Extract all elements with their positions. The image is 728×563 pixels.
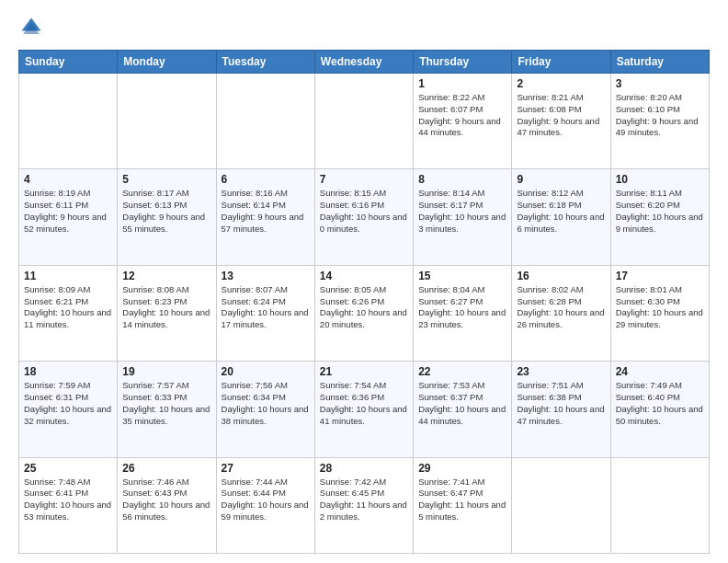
day-info: Sunrise: 7:49 AM Sunset: 6:40 PM Dayligh… — [616, 380, 704, 427]
header-tuesday: Tuesday — [216, 51, 314, 74]
day-info: Sunrise: 7:57 AM Sunset: 6:33 PM Dayligh… — [122, 380, 210, 427]
day-cell: 10Sunrise: 8:11 AM Sunset: 6:20 PM Dayli… — [610, 169, 709, 265]
day-number: 23 — [517, 365, 605, 378]
header-saturday: Saturday — [610, 51, 709, 74]
day-number: 2 — [517, 77, 605, 90]
day-number: 12 — [122, 270, 210, 282]
day-cell: 4Sunrise: 8:19 AM Sunset: 6:11 PM Daylig… — [19, 169, 118, 265]
day-cell: 1Sunrise: 8:22 AM Sunset: 6:07 PM Daylig… — [414, 74, 512, 169]
day-cell: 5Sunrise: 8:17 AM Sunset: 6:13 PM Daylig… — [118, 169, 216, 265]
day-info: Sunrise: 8:08 AM Sunset: 6:23 PM Dayligh… — [122, 284, 210, 331]
day-cell — [610, 457, 709, 553]
day-info: Sunrise: 8:05 AM Sunset: 6:26 PM Dayligh… — [320, 284, 408, 331]
day-info: Sunrise: 8:11 AM Sunset: 6:20 PM Dayligh… — [616, 188, 704, 235]
day-info: Sunrise: 8:15 AM Sunset: 6:16 PM Dayligh… — [320, 188, 408, 235]
day-info: Sunrise: 8:16 AM Sunset: 6:14 PM Dayligh… — [222, 188, 310, 235]
day-cell — [19, 74, 118, 169]
day-info: Sunrise: 8:22 AM Sunset: 6:07 PM Dayligh… — [418, 92, 506, 139]
day-number: 8 — [418, 173, 506, 186]
day-cell: 17Sunrise: 8:01 AM Sunset: 6:30 PM Dayli… — [610, 265, 709, 361]
header-wednesday: Wednesday — [314, 51, 413, 74]
day-info: Sunrise: 8:14 AM Sunset: 6:17 PM Dayligh… — [418, 188, 506, 235]
day-info: Sunrise: 7:48 AM Sunset: 6:41 PM Dayligh… — [24, 477, 112, 523]
day-info: Sunrise: 8:20 AM Sunset: 6:10 PM Dayligh… — [616, 92, 704, 139]
calendar-body: 1Sunrise: 8:22 AM Sunset: 6:07 PM Daylig… — [19, 74, 710, 554]
day-info: Sunrise: 7:46 AM Sunset: 6:43 PM Dayligh… — [122, 477, 210, 523]
day-cell: 15Sunrise: 8:04 AM Sunset: 6:27 PM Dayli… — [414, 265, 512, 361]
day-cell: 24Sunrise: 7:49 AM Sunset: 6:40 PM Dayli… — [610, 362, 709, 457]
day-info: Sunrise: 8:19 AM Sunset: 6:11 PM Dayligh… — [24, 188, 112, 235]
day-info: Sunrise: 8:17 AM Sunset: 6:13 PM Dayligh… — [122, 188, 210, 235]
day-cell: 29Sunrise: 7:41 AM Sunset: 6:47 PM Dayli… — [414, 457, 512, 553]
day-number: 1 — [418, 77, 506, 90]
day-cell — [512, 457, 610, 553]
day-cell: 28Sunrise: 7:42 AM Sunset: 6:45 PM Dayli… — [314, 457, 413, 553]
day-number: 11 — [24, 270, 112, 282]
day-number: 4 — [24, 173, 112, 186]
day-info: Sunrise: 8:02 AM Sunset: 6:28 PM Dayligh… — [517, 284, 605, 331]
day-cell: 18Sunrise: 7:59 AM Sunset: 6:31 PM Dayli… — [19, 362, 118, 457]
day-number: 27 — [222, 462, 310, 475]
day-cell: 19Sunrise: 7:57 AM Sunset: 6:33 PM Dayli… — [118, 362, 216, 457]
day-cell: 2Sunrise: 8:21 AM Sunset: 6:08 PM Daylig… — [512, 74, 610, 169]
day-number: 6 — [222, 173, 310, 186]
day-number: 22 — [418, 365, 506, 378]
day-cell — [118, 74, 216, 169]
day-info: Sunrise: 7:53 AM Sunset: 6:37 PM Dayligh… — [418, 380, 506, 427]
day-info: Sunrise: 7:44 AM Sunset: 6:44 PM Dayligh… — [222, 477, 310, 523]
day-number: 9 — [517, 173, 605, 186]
day-number: 16 — [517, 270, 605, 282]
logo — [18, 15, 48, 40]
logo-icon — [18, 15, 44, 40]
day-info: Sunrise: 8:07 AM Sunset: 6:24 PM Dayligh… — [222, 284, 310, 331]
day-number: 17 — [616, 270, 704, 282]
day-number: 21 — [320, 365, 408, 378]
day-info: Sunrise: 7:56 AM Sunset: 6:34 PM Dayligh… — [222, 380, 310, 427]
day-number: 15 — [418, 270, 506, 282]
day-info: Sunrise: 7:42 AM Sunset: 6:45 PM Dayligh… — [320, 477, 408, 523]
day-cell: 21Sunrise: 7:54 AM Sunset: 6:36 PM Dayli… — [314, 362, 413, 457]
day-number: 14 — [320, 270, 408, 282]
week-row-4: 18Sunrise: 7:59 AM Sunset: 6:31 PM Dayli… — [19, 362, 710, 457]
header-monday: Monday — [118, 51, 216, 74]
day-number: 7 — [320, 173, 408, 186]
day-number: 26 — [122, 462, 210, 475]
day-number: 20 — [222, 365, 310, 378]
top-area — [18, 15, 710, 40]
day-cell: 16Sunrise: 8:02 AM Sunset: 6:28 PM Dayli… — [512, 265, 610, 361]
day-cell: 3Sunrise: 8:20 AM Sunset: 6:10 PM Daylig… — [610, 74, 709, 169]
day-cell: 14Sunrise: 8:05 AM Sunset: 6:26 PM Dayli… — [314, 265, 413, 361]
day-cell: 12Sunrise: 8:08 AM Sunset: 6:23 PM Dayli… — [118, 265, 216, 361]
day-cell: 6Sunrise: 8:16 AM Sunset: 6:14 PM Daylig… — [216, 169, 314, 265]
day-cell — [314, 74, 413, 169]
calendar-header-row: SundayMondayTuesdayWednesdayThursdayFrid… — [19, 51, 710, 74]
day-number: 3 — [616, 77, 704, 90]
day-cell: 7Sunrise: 8:15 AM Sunset: 6:16 PM Daylig… — [314, 169, 413, 265]
day-info: Sunrise: 7:41 AM Sunset: 6:47 PM Dayligh… — [418, 477, 506, 523]
day-number: 29 — [418, 462, 506, 475]
week-row-3: 11Sunrise: 8:09 AM Sunset: 6:21 PM Dayli… — [19, 265, 710, 361]
day-number: 19 — [122, 365, 210, 378]
day-cell: 27Sunrise: 7:44 AM Sunset: 6:44 PM Dayli… — [216, 457, 314, 553]
calendar-table: SundayMondayTuesdayWednesdayThursdayFrid… — [18, 50, 710, 554]
day-number: 25 — [24, 462, 112, 475]
header-sunday: Sunday — [19, 51, 118, 74]
day-cell: 13Sunrise: 8:07 AM Sunset: 6:24 PM Dayli… — [216, 265, 314, 361]
day-number: 10 — [616, 173, 704, 186]
day-number: 18 — [24, 365, 112, 378]
day-cell: 25Sunrise: 7:48 AM Sunset: 6:41 PM Dayli… — [19, 457, 118, 553]
day-info: Sunrise: 7:59 AM Sunset: 6:31 PM Dayligh… — [24, 380, 112, 427]
day-cell: 20Sunrise: 7:56 AM Sunset: 6:34 PM Dayli… — [216, 362, 314, 457]
day-cell: 11Sunrise: 8:09 AM Sunset: 6:21 PM Dayli… — [19, 265, 118, 361]
day-info: Sunrise: 7:51 AM Sunset: 6:38 PM Dayligh… — [517, 380, 605, 427]
day-cell — [216, 74, 314, 169]
day-info: Sunrise: 8:01 AM Sunset: 6:30 PM Dayligh… — [616, 284, 704, 331]
day-info: Sunrise: 8:04 AM Sunset: 6:27 PM Dayligh… — [418, 284, 506, 331]
day-number: 28 — [320, 462, 408, 475]
day-cell: 23Sunrise: 7:51 AM Sunset: 6:38 PM Dayli… — [512, 362, 610, 457]
day-info: Sunrise: 8:21 AM Sunset: 6:08 PM Dayligh… — [517, 92, 605, 139]
week-row-5: 25Sunrise: 7:48 AM Sunset: 6:41 PM Dayli… — [19, 457, 710, 553]
day-info: Sunrise: 7:54 AM Sunset: 6:36 PM Dayligh… — [320, 380, 408, 427]
week-row-2: 4Sunrise: 8:19 AM Sunset: 6:11 PM Daylig… — [19, 169, 710, 265]
header-friday: Friday — [512, 51, 610, 74]
